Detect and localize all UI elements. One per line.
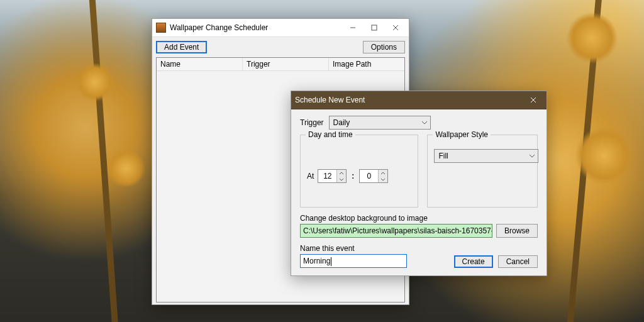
browse-button[interactable]: Browse	[496, 224, 538, 238]
hour-value: 12	[318, 170, 336, 182]
chevron-down-icon[interactable]	[337, 176, 346, 182]
wallpaper-style-select[interactable]: Fill	[434, 149, 538, 163]
at-label: At	[307, 172, 314, 180]
chevron-up-icon[interactable]	[337, 170, 346, 176]
dialog-title: Schedule New Event	[295, 96, 365, 104]
column-trigger[interactable]: Trigger	[243, 58, 329, 70]
chevron-up-icon[interactable]	[379, 170, 387, 176]
chevron-down-icon	[529, 153, 535, 159]
text-caret	[331, 257, 331, 266]
toolbar: Add Event Options	[152, 37, 409, 57]
list-header: Name Trigger Image Path	[157, 58, 404, 71]
name-event-label: Name this event	[300, 244, 538, 253]
close-icon[interactable]	[385, 21, 406, 35]
svg-rect-1	[372, 25, 377, 30]
close-icon[interactable]	[523, 93, 544, 107]
image-path-input[interactable]: C:\Users\fatiw\Pictures\wallpapers\silas…	[300, 224, 492, 238]
column-image-path[interactable]: Image Path	[329, 58, 404, 70]
trigger-select[interactable]: Daily	[329, 116, 431, 130]
minimize-icon[interactable]	[342, 21, 364, 35]
schedule-event-dialog: Schedule New Event Trigger Daily Day and…	[291, 91, 547, 276]
options-button[interactable]: Options	[363, 41, 405, 53]
time-separator: :	[350, 172, 355, 180]
event-name-input[interactable]: Morning	[300, 254, 407, 268]
wallpaper-style-legend: Wallpaper Style	[433, 130, 491, 139]
day-time-legend: Day and time	[306, 130, 355, 139]
add-event-button[interactable]: Add Event	[156, 41, 207, 53]
stepper-arrows[interactable]	[378, 170, 387, 182]
change-bg-label: Change desktop background to image	[300, 214, 538, 223]
column-name[interactable]: Name	[157, 58, 243, 70]
stepper-arrows[interactable]	[336, 170, 346, 182]
chevron-down-icon[interactable]	[379, 176, 387, 182]
chevron-down-icon	[421, 119, 428, 126]
wallpaper-style-group: Wallpaper Style Fill	[427, 135, 538, 208]
titlebar[interactable]: Wallpaper Change Scheduler	[152, 19, 409, 37]
dialog-titlebar[interactable]: Schedule New Event	[291, 91, 547, 109]
create-button[interactable]: Create	[454, 255, 493, 268]
trigger-label: Trigger	[300, 118, 324, 127]
minute-value: 0	[360, 170, 378, 182]
cancel-button[interactable]: Cancel	[498, 255, 538, 268]
maximize-icon[interactable]	[364, 21, 385, 35]
minute-stepper[interactable]: 0	[359, 169, 388, 183]
app-icon	[156, 23, 166, 33]
event-name-value: Morning	[303, 257, 330, 265]
trigger-value: Daily	[333, 118, 350, 127]
window-title: Wallpaper Change Scheduler	[170, 23, 268, 32]
wallpaper-style-value: Fill	[438, 152, 448, 160]
hour-stepper[interactable]: 12	[318, 169, 347, 183]
day-time-group: Day and time At 12 : 0	[300, 135, 418, 208]
